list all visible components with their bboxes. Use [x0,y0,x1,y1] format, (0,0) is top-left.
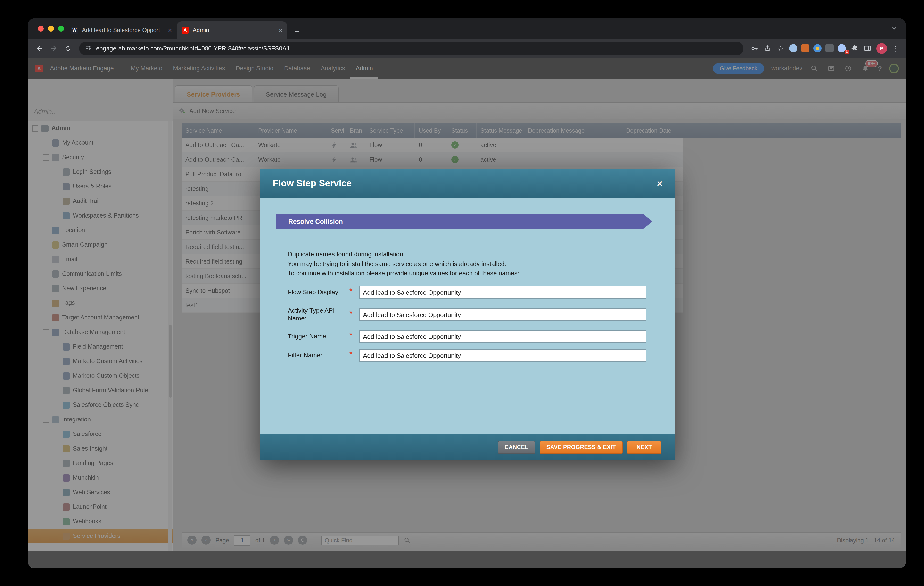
tab2-title: Admin [193,27,275,33]
required-asterisk-icon: * [350,350,352,359]
cancel-button[interactable]: CANCEL [498,440,535,454]
next-button[interactable]: NEXT [627,440,662,454]
window-minimize-button[interactable] [48,26,54,31]
dialog-header: Flow Step Service × [260,169,675,198]
window-zoom-button[interactable] [58,26,64,31]
dialog-message: Duplicate names found during installatio… [288,250,519,278]
tab1-close-icon[interactable]: × [168,26,172,34]
screen: W Add lead to Salesforce Opport × A Admi… [0,0,924,586]
tab2-favicon-icon: A [182,26,189,34]
field-label-activity-type-api-name: Activity Type API Name: [288,307,347,322]
browser-toolbar: engage-ab.marketo.com/?munchkinId=080-YP… [28,39,906,58]
address-bar[interactable]: engage-ab.marketo.com/?munchkinId=080-YP… [79,41,744,55]
extension-icon-2[interactable] [801,44,810,53]
extensions-puzzle-icon[interactable] [848,42,860,55]
extension-badge: 1 [845,50,849,55]
marketo-app: A Adobe Marketo Engage My MarketoMarketi… [28,58,906,568]
share-icon[interactable] [761,42,774,55]
forward-icon[interactable] [47,42,60,55]
browser-menu-icon[interactable]: ⋮ [890,45,901,52]
dialog-title: Flow Step Service [273,178,657,189]
field-label-filter-name: Filter Name: [288,351,347,359]
field-label-trigger-name: Trigger Name: [288,333,347,340]
url-text: engage-ab.marketo.com/?munchkinId=080-YP… [96,45,290,52]
tab2-close-icon[interactable]: × [279,26,282,34]
tab-search-chevron-icon[interactable] [891,25,898,33]
site-settings-icon[interactable] [85,45,92,52]
browser-profile-avatar[interactable]: B [876,43,887,54]
required-asterisk-icon: * [350,331,352,340]
dialog-footer: CANCEL SAVE PROGRESS & EXIT NEXT [260,434,675,460]
save-progress-exit-button[interactable]: SAVE PROGRESS & EXIT [540,440,623,454]
browser-tab-1[interactable]: W Add lead to Salesforce Opport × [66,22,177,39]
bookmark-star-icon[interactable]: ☆ [774,42,787,55]
dialog-message-line: Duplicate names found during installatio… [288,250,519,259]
required-asterisk-icon: * [350,287,352,296]
dialog-body: Resolve Collision Duplicate names found … [260,198,675,434]
flow-step-service-dialog: Flow Step Service × Resolve Collision Du… [260,169,675,460]
field-input-filter-name[interactable] [359,349,647,362]
extension-icon-4[interactable] [825,44,834,53]
extension-icon-5[interactable]: 1 [838,44,846,53]
side-panel-icon[interactable] [861,42,873,55]
tab1-favicon-icon: W [71,26,78,34]
extension-icon-1[interactable] [789,44,797,53]
field-input-trigger-name[interactable] [359,330,647,343]
traffic-lights [38,26,64,31]
window-close-button[interactable] [38,26,44,31]
password-key-icon[interactable] [748,42,761,55]
browser-tab-strip: W Add lead to Salesforce Opport × A Admi… [28,18,906,39]
reload-icon[interactable] [61,42,74,55]
field-label-flow-step-display: Flow Step Display: [288,288,347,296]
tab-list: W Add lead to Salesforce Opport × A Admi… [66,22,304,39]
browser-window: W Add lead to Salesforce Opport × A Admi… [28,18,906,568]
field-input-flow-step-display[interactable] [359,286,647,299]
back-icon[interactable] [33,42,46,55]
dialog-message-line: You may be trying to install the same se… [288,259,519,268]
dialog-message-line: To continue with installation please pro… [288,268,519,278]
tab1-title: Add lead to Salesforce Opport [82,27,164,33]
extension-icon-3[interactable] [813,44,822,53]
new-tab-button[interactable]: + [290,24,304,39]
resolve-collision-banner: Resolve Collision [276,214,643,229]
field-input-activity-type-api-name[interactable] [359,308,647,321]
dialog-close-icon[interactable]: × [657,178,662,189]
browser-tab-2[interactable]: A Admin × [177,22,287,39]
required-asterisk-icon: * [350,309,352,318]
